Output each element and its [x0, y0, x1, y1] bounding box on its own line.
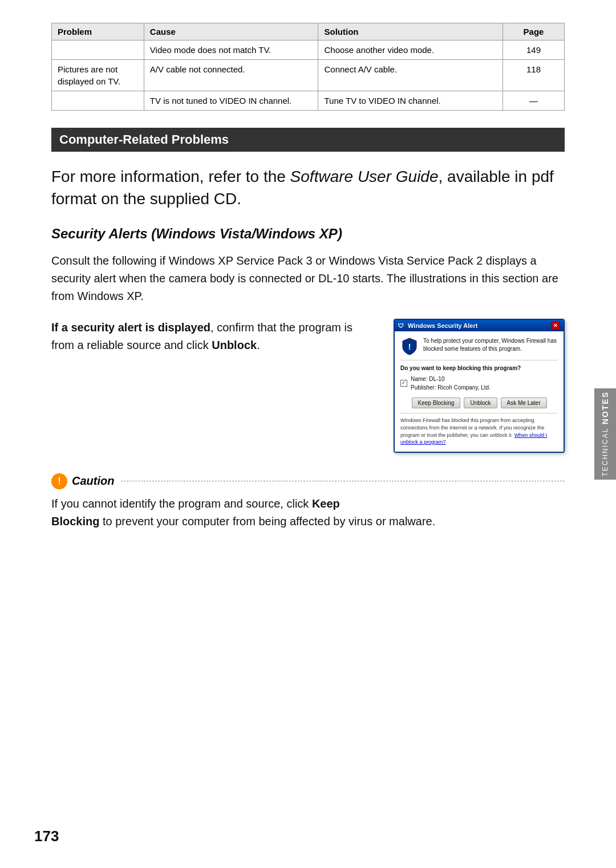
alert-strong-text: If a security alert is displayed [51, 321, 210, 334]
dialog-question: Do you want to keep blocking this progra… [400, 365, 558, 371]
dialog-buttons: Keep Blocking Unblock Ask Me Later [400, 398, 558, 408]
table-cell-solution: Choose another video mode. [318, 40, 503, 60]
table-cell-solution: Tune TV to VIDEO IN channel. [318, 91, 503, 111]
table-cell-problem [52, 40, 144, 60]
table-cell-page: 149 [503, 40, 565, 60]
table-cell-solution: Connect A/V cable. [318, 60, 503, 91]
keep-blocking-button[interactable]: Keep Blocking [412, 398, 461, 408]
subsection-heading: Security Alerts (Windows Vista/Windows X… [51, 226, 565, 242]
caution-text: If you cannot identify the program and s… [51, 495, 565, 530]
caution-label: Caution [72, 474, 114, 488]
book-title: Software User Guide [290, 168, 439, 185]
side-tab-text: Technical Notes [601, 391, 610, 477]
dialog-header-text: To help protect your computer, Windows F… [423, 337, 558, 355]
unblock-button[interactable]: Unblock [464, 398, 497, 408]
dialog-title: 🛡 Windows Security Alert [398, 322, 477, 329]
detail-text: Name: DL-10 Publisher: Ricoh Company, Lt… [411, 375, 491, 392]
svg-text:!: ! [408, 342, 411, 351]
table-cell-cause: A/V cable not connected. [144, 60, 318, 91]
dialog-footer: Windows Firewall has blocked this progra… [400, 413, 558, 445]
table-header-solution: Solution [318, 23, 503, 40]
table-row: TV is not tuned to VIDEO IN channel. Tun… [52, 91, 565, 111]
table-cell-problem: Pictures are not displayed on TV. [52, 60, 144, 91]
alert-section: If a security alert is displayed, confir… [51, 319, 565, 452]
shield-title-icon: 🛡 [398, 323, 404, 329]
caution-section: ! Caution If you cannot identify the pro… [51, 473, 565, 530]
table-cell-cause: Video mode does not match TV. [144, 40, 318, 60]
table-row: Video mode does not match TV. Choose ano… [52, 40, 565, 60]
dialog-header-area: ! To help protect your computer, Windows… [400, 337, 558, 360]
alert-text-block: If a security alert is displayed, confir… [51, 319, 376, 354]
section-header: Computer-Related Problems [51, 128, 565, 152]
shield-icon: ! [400, 337, 419, 355]
table-cell-problem [52, 91, 144, 111]
table-row: Pictures are not displayed on TV. A/V ca… [52, 60, 565, 91]
alert-text-period: . [257, 339, 260, 351]
table-header-cause: Cause [144, 23, 318, 40]
table-cell-page: — [503, 91, 565, 111]
keep-bold: Keep [312, 497, 340, 510]
detail-checkbox[interactable] [400, 380, 407, 387]
intro-paragraph: For more information, refer to the Softw… [51, 165, 565, 210]
dialog-close-button[interactable]: ✕ [551, 322, 560, 330]
windows-security-dialog: 🛡 Windows Security Alert ✕ ! To help pro… [394, 319, 565, 452]
dialog-detail: Name: DL-10 Publisher: Ricoh Company, Lt… [400, 375, 558, 392]
blocking-bold: Blocking [51, 515, 99, 528]
page-number: 173 [34, 828, 59, 845]
problem-table: Problem Cause Solution Page Video mode d… [51, 23, 565, 111]
side-tab: Technical Notes [594, 388, 616, 480]
table-cell-page: 118 [503, 60, 565, 91]
dialog-titlebar: 🛡 Windows Security Alert ✕ [395, 320, 564, 331]
caution-icon: ! [51, 473, 67, 489]
unblock-label: Unblock [212, 339, 257, 351]
body-paragraph: Consult the following if Windows XP Serv… [51, 252, 565, 305]
caution-divider [121, 481, 565, 481]
ask-later-button[interactable]: Ask Me Later [501, 398, 547, 408]
table-cell-cause: TV is not tuned to VIDEO IN channel. [144, 91, 318, 111]
table-header-problem: Problem [52, 23, 144, 40]
caution-header: ! Caution [51, 473, 565, 489]
table-header-page: Page [503, 23, 565, 40]
dialog-body: ! To help protect your computer, Windows… [395, 331, 564, 451]
